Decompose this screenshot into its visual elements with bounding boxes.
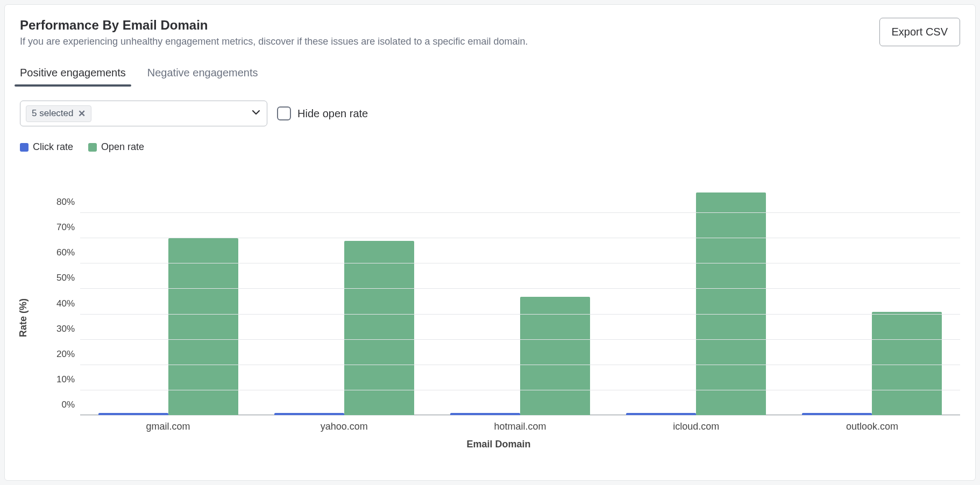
chart-legend: Click rate Open rate [20,141,960,153]
bar-group: yahoo.com [256,188,432,416]
y-tick-label: 0% [61,400,75,410]
x-tick-label: gmail.com [146,421,190,432]
tabs: Positive engagements Negative engagement… [20,67,960,84]
x-axis-label: Email Domain [466,439,530,450]
domain-selector[interactable]: 5 selected ✕ [20,101,267,126]
gridline [80,415,960,416]
plot-region: gmail.comyahoo.comhotmail.comicloud.como… [80,188,960,416]
gridline [80,288,960,289]
bar-group: gmail.com [80,188,256,416]
gridline [80,390,960,390]
selected-chip-label: 5 selected [32,108,74,119]
swatch-open-icon [88,143,97,152]
export-csv-button[interactable]: Export CSV [879,18,960,46]
open-rate-bar [696,192,766,416]
hide-open-rate-toggle[interactable]: Hide open rate [277,106,368,120]
y-tick-label: 80% [56,197,75,208]
gridline [80,238,960,238]
legend-open-rate: Open rate [88,141,144,153]
y-tick-label: 30% [56,324,75,334]
hide-open-rate-label: Hide open rate [297,108,368,120]
x-tick-label: yahoo.com [321,421,368,432]
open-rate-bar [520,297,590,416]
x-tick-label: outlook.com [846,421,898,432]
chevron-down-icon [251,107,261,120]
selected-chip[interactable]: 5 selected ✕ [26,105,91,122]
open-rate-bar [168,238,238,416]
swatch-click-icon [20,143,29,152]
y-tick-label: 40% [56,298,75,309]
performance-panel: Performance By Email Domain If you are e… [4,4,976,481]
open-rate-bar [872,312,942,416]
gridline [80,339,960,340]
y-tick-label: 50% [56,273,75,283]
gridline [80,212,960,213]
x-tick-label: icloud.com [673,421,719,432]
controls-row: 5 selected ✕ Hide open rate [20,101,960,126]
bar-group: hotmail.com [432,188,608,416]
x-tick-label: hotmail.com [494,421,546,432]
gridline [80,365,960,365]
panel-title: Performance By Email Domain [20,18,528,33]
y-tick-label: 70% [56,222,75,233]
y-axis-label: Rate (%) [18,298,29,337]
header-text: Performance By Email Domain If you are e… [20,18,528,47]
y-tick-label: 60% [56,247,75,258]
chart-area: Rate (%) gmail.comyahoo.comhotmail.comic… [37,188,960,448]
gridline [80,263,960,263]
legend-click-label: Click rate [33,141,73,153]
gridline [80,314,960,315]
checkbox-icon[interactable] [277,106,291,120]
legend-click-rate: Click rate [20,141,73,153]
bar-group: outlook.com [784,188,960,416]
clear-selection-icon[interactable]: ✕ [78,108,86,119]
panel-subtitle: If you are experiencing unhealthy engage… [20,36,528,47]
header-row: Performance By Email Domain If you are e… [20,18,960,47]
y-tick-label: 10% [56,374,75,385]
tab-negative-engagements[interactable]: Negative engagements [147,67,258,84]
bar-group: icloud.com [608,188,784,416]
tab-positive-engagements[interactable]: Positive engagements [20,67,126,84]
bar-groups: gmail.comyahoo.comhotmail.comicloud.como… [80,188,960,416]
legend-open-label: Open rate [101,141,144,153]
y-tick-label: 20% [56,349,75,360]
